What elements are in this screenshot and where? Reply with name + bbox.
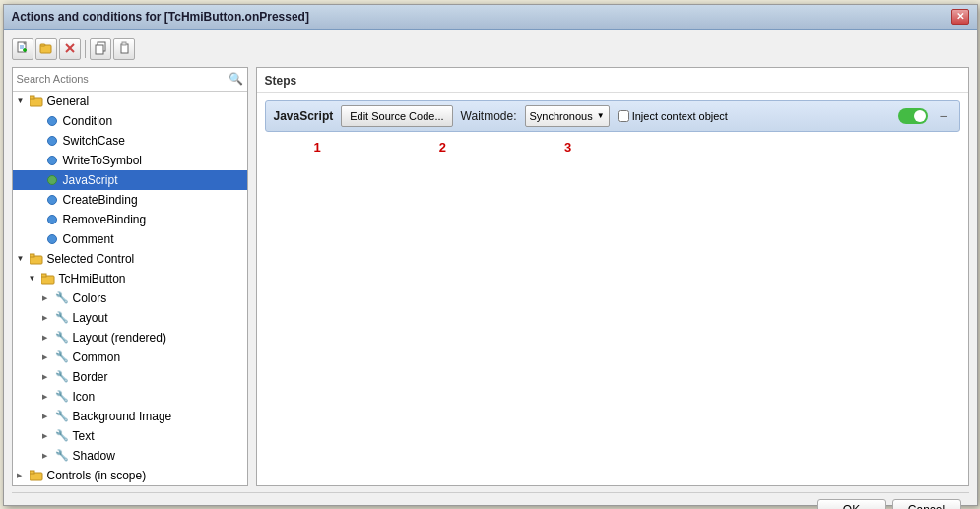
tree-item-common[interactable]: ▶ 🔧 Common <box>13 348 247 367</box>
svg-rect-11 <box>96 45 103 54</box>
tree-item-writetosymbol[interactable]: WriteToSymbol <box>13 151 247 170</box>
tree-label-condition: Condition <box>63 114 113 128</box>
tree-label-createbinding: CreateBinding <box>63 193 138 207</box>
svg-rect-19 <box>41 274 46 277</box>
wrench-icon-layout: 🔧 <box>54 310 70 326</box>
right-panel: Steps JavaScript Edit Source Code... Wai… <box>256 67 969 486</box>
search-bar: 🔍 <box>13 68 247 92</box>
left-panel: 🔍 ▼ General <box>12 67 248 486</box>
svg-rect-7 <box>40 44 45 46</box>
waitmode-select[interactable]: Synchronous ▼ <box>525 105 610 127</box>
tree-label-colors: Colors <box>73 291 107 305</box>
open-btn[interactable] <box>35 38 57 60</box>
step-number-2: 2 <box>439 140 446 155</box>
tree-item-removebinding[interactable]: RemoveBinding <box>13 210 247 229</box>
tree-label-comment: Comment <box>63 232 114 246</box>
folder-icon-general <box>29 94 44 109</box>
tree-item-background-image[interactable]: ▶ 🔧 Background Image <box>13 407 247 426</box>
ok-button[interactable]: OK <box>817 499 886 509</box>
tree-item-text[interactable]: ▶ 🔧 Text <box>13 426 247 446</box>
tree-item-icon[interactable]: ▶ 🔧 Icon <box>13 387 247 407</box>
tree-item-switchcase[interactable]: SwitchCase <box>13 131 247 151</box>
wrench-icon-colors: 🔧 <box>54 290 70 306</box>
tree-label-border: Border <box>73 370 108 384</box>
wrench-icon-icon: 🔧 <box>54 389 70 405</box>
wrench-icon-text: 🔧 <box>54 428 70 444</box>
step-number-3: 3 <box>564 140 571 155</box>
steps-header: Steps <box>257 68 968 93</box>
expand-arrow-border: ▶ <box>42 373 54 381</box>
close-button[interactable]: ✕ <box>951 9 969 25</box>
tree-label-selected-control: Selected Control <box>47 252 135 266</box>
wrench-icon-background-image: 🔧 <box>54 409 70 424</box>
edit-source-btn[interactable]: Edit Source Code... <box>341 105 452 127</box>
tree-item-tchmibutton[interactable]: ▼ TcHmiButton <box>13 269 247 288</box>
new-icon <box>16 41 30 57</box>
new-item-btn[interactable] <box>12 38 33 60</box>
tree-item-comment[interactable]: Comment <box>13 229 247 249</box>
tree-item-createbinding[interactable]: CreateBinding <box>13 190 247 210</box>
tree-item-border[interactable]: ▶ 🔧 Border <box>13 367 247 387</box>
expand-arrow-controls-in-scope: ▶ <box>17 472 29 479</box>
folder-icon-controls-in-scope <box>29 468 44 483</box>
expand-arrow-layout: ▶ <box>42 314 54 322</box>
tree-item-condition[interactable]: Condition <box>13 111 247 131</box>
tree-label-icon: Icon <box>73 390 96 404</box>
tree-label-controls-in-scope: Controls (in scope) <box>47 469 147 482</box>
inject-checkbox[interactable] <box>618 110 629 122</box>
tree-label-general: General <box>47 95 90 108</box>
tree-label-switchcase: SwitchCase <box>63 134 125 148</box>
cancel-button[interactable]: Cancel <box>892 499 961 509</box>
tree-label-javascript: JavaScript <box>63 173 118 187</box>
copy-icon <box>94 41 107 57</box>
folder-icon-tchmibutton <box>40 271 56 286</box>
wrench-icon-shadow: 🔧 <box>54 448 70 464</box>
window-body: 🔍 ▼ General <box>4 30 977 510</box>
tree-item-colors[interactable]: ▶ 🔧 Colors <box>13 288 247 308</box>
tree-label-shadow: Shadow <box>73 449 115 463</box>
inject-label: Inject context object <box>632 110 728 122</box>
expand-arrow-general: ▼ <box>17 96 29 105</box>
circle-icon-createbinding <box>44 192 60 208</box>
toolbar-separator <box>85 40 86 58</box>
step-row: JavaScript Edit Source Code... Waitmode:… <box>265 100 960 132</box>
tree-item-selected-control[interactable]: ▼ Selected Control <box>13 249 247 269</box>
tree-item-layout-rendered[interactable]: ▶ 🔧 Layout (rendered) <box>13 328 247 348</box>
tree-item-general[interactable]: ▼ General <box>13 92 247 111</box>
tree-label-writetosymbol: WriteToSymbol <box>63 154 142 167</box>
circle-icon-comment <box>44 231 60 247</box>
tree-item-controls-in-scope[interactable]: ▶ Controls (in scope) <box>13 466 247 485</box>
title-bar: Actions and conditions for [TcHmiButton.… <box>4 5 977 30</box>
search-icon: 🔍 <box>229 72 243 86</box>
toggle-button[interactable] <box>898 108 928 124</box>
tree-item-layout[interactable]: ▶ 🔧 Layout <box>13 308 247 328</box>
paste-icon <box>117 41 131 57</box>
tree-container: ▼ General <box>13 92 247 485</box>
tree-item-javascript[interactable]: JavaScript <box>13 170 247 190</box>
step-number-1: 1 <box>314 140 321 155</box>
delete-btn[interactable] <box>59 38 81 60</box>
tree-label-background-image: Background Image <box>73 410 172 423</box>
dropdown-arrow-icon: ▼ <box>597 111 605 120</box>
svg-rect-13 <box>122 42 126 45</box>
copy-btn[interactable] <box>90 38 111 60</box>
tree-item-shadow[interactable]: ▶ 🔧 Shadow <box>13 446 247 466</box>
paste-btn[interactable] <box>113 38 135 60</box>
search-input[interactable] <box>17 73 229 85</box>
expand-arrow-layout-rendered: ▶ <box>42 334 54 342</box>
circle-icon-switchcase <box>44 133 60 149</box>
remove-step-btn[interactable]: − <box>936 108 951 124</box>
expand-arrow-icon: ▶ <box>42 393 54 401</box>
expand-arrow-tchmibutton: ▼ <box>29 274 40 283</box>
svg-rect-15 <box>30 96 34 99</box>
open-icon <box>39 41 53 57</box>
tree-label-common: Common <box>73 350 121 364</box>
svg-rect-21 <box>30 471 34 474</box>
tree-label-removebinding: RemoveBinding <box>63 213 147 226</box>
tree-label-tchmibutton: TcHmiButton <box>59 272 126 286</box>
expand-arrow-common: ▶ <box>42 353 54 361</box>
waitmode-value: Synchronous <box>530 110 593 122</box>
inject-checkbox-area: Inject context object <box>618 110 728 122</box>
window-title: Actions and conditions for [TcHmiButton.… <box>12 10 309 24</box>
svg-rect-17 <box>30 254 34 257</box>
